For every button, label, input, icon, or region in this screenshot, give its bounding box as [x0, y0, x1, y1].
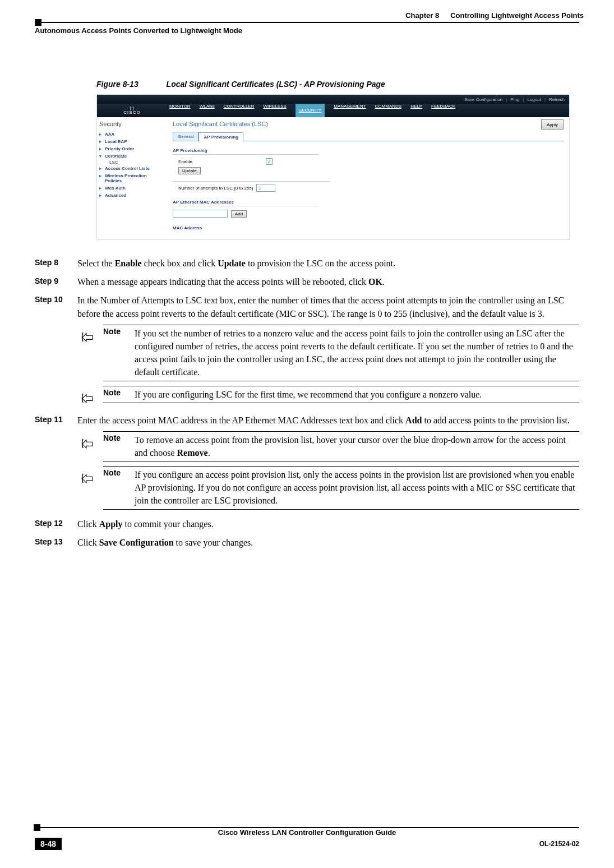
menu-monitor[interactable]: MONITOR [169, 104, 191, 117]
step-12-body: Click Apply to commit your changes. [77, 518, 579, 530]
sidebar-item-web-auth[interactable]: Web Auth [99, 184, 165, 192]
attempts-label: Number of attempts to LSC (0 to 255) [178, 186, 253, 191]
tab-ap-provisioning[interactable]: AP Provisioning [198, 132, 243, 141]
fs-ap-provisioning-title: AP Provisioning [173, 148, 318, 155]
step-11-note-1: To remove an access point from the provi… [135, 433, 579, 459]
enable-checkbox[interactable]: ✓ [266, 158, 273, 165]
step-8-label: Step 8 [35, 257, 65, 270]
step-9-body: When a message appears indicating that t… [77, 275, 579, 288]
add-button[interactable]: Add [231, 210, 247, 218]
step-11-note-2: If you configure an access point provisi… [135, 468, 579, 507]
note-icon [77, 438, 94, 451]
sidebar-item-priority-order[interactable]: Priority Order [99, 145, 165, 153]
sidebar: Security AAA Local EAP Priority Order Ce… [97, 117, 167, 239]
attempts-input[interactable] [256, 184, 275, 192]
note-label: Note [103, 388, 126, 401]
refresh-link[interactable]: Refresh [549, 97, 565, 102]
note-label: Note [103, 327, 126, 379]
apply-button[interactable]: Apply [541, 119, 564, 130]
note-icon [77, 393, 94, 406]
menu-security[interactable]: SECURITY [296, 104, 325, 117]
step-13-label: Step 13 [35, 536, 65, 549]
step-9-label: Step 9 [35, 275, 65, 288]
page-number: 8-48 [35, 838, 62, 850]
sidebar-item-acl[interactable]: Access Control Lists [99, 165, 165, 172]
step-8-body: Select the Enable check box and click Up… [77, 257, 579, 270]
step-10-body: In the Number of Attempts to LSC text bo… [77, 294, 579, 320]
figure-title: Local Significant Certificates (LSC) - A… [167, 80, 385, 89]
menu-commands[interactable]: COMMANDS [375, 104, 402, 117]
menu-wireless[interactable]: WIRELESS [263, 104, 286, 117]
menu-help[interactable]: HELP [410, 104, 422, 117]
menu-management[interactable]: MANAGEMENT [334, 104, 366, 117]
note-icon [77, 331, 94, 345]
ping-link[interactable]: Ping [510, 97, 519, 102]
step-10-note-2: If you are configuring LSC for the first… [135, 388, 482, 401]
note-icon [77, 473, 94, 486]
chapter-label: Chapter 8 [405, 11, 439, 20]
cisco-logo: ·|··|· CISCO [97, 104, 167, 117]
figure-caption: Figure 8-13 Local Significant Certificat… [96, 80, 579, 89]
mac-address-input[interactable] [173, 210, 228, 218]
step-12-label: Step 12 [35, 518, 65, 530]
figure-label: Figure 8-13 [96, 80, 139, 89]
doc-number: OL-21524-02 [539, 840, 579, 848]
sidebar-item-wpp[interactable]: Wireless Protection Policies [99, 172, 165, 184]
step-13-body: Click Save Configuration to save your ch… [77, 536, 579, 549]
logout-link[interactable]: Logout [527, 97, 541, 102]
sidebar-item-local-eap[interactable]: Local EAP [99, 138, 165, 145]
step-11-body: Enter the access point MAC address in th… [77, 414, 579, 427]
save-config-link[interactable]: Save Configuration [464, 97, 502, 102]
step-11-label: Step 11 [35, 414, 65, 427]
fs-mac-addresses-title: AP Ethernet MAC Addresses [173, 200, 318, 206]
tab-general[interactable]: General [173, 132, 198, 141]
update-button[interactable]: Update [178, 167, 201, 174]
menu-wlans[interactable]: WLANs [200, 104, 215, 117]
menu-controller[interactable]: CONTROLLER [224, 104, 255, 117]
fs-mac-address-list-title: MAC Address [173, 225, 318, 232]
page-title: Local Significant Certificates (LSC) [173, 121, 564, 127]
step-10-note-1: If you set the number of retries to a no… [135, 327, 579, 379]
sidebar-title: Security [99, 121, 165, 127]
section-title: Autonomous Access Points Converted to Li… [35, 26, 579, 35]
chapter-title: Controlling Lightweight Access Points [450, 11, 584, 20]
step-10-label: Step 10 [35, 294, 65, 320]
top-utility-bar: Save Configuration| Ping| Logout| Refres… [97, 95, 569, 104]
note-label: Note [103, 468, 126, 507]
sidebar-item-certificate[interactable]: Certificate [99, 153, 165, 160]
sidebar-item-aaa[interactable]: AAA [99, 131, 165, 138]
enable-label: Enable [178, 159, 262, 164]
footer-guide-title: Cisco Wireless LAN Controller Configurat… [35, 828, 579, 837]
menu-feedback[interactable]: FEEDBACK [431, 104, 455, 117]
sidebar-subitem-lsc[interactable]: LSC [99, 160, 165, 165]
note-label: Note [103, 433, 126, 459]
sidebar-item-advanced[interactable]: Advanced [99, 192, 165, 199]
lsc-ap-provisioning-screenshot: Save Configuration| Ping| Logout| Refres… [96, 94, 570, 240]
